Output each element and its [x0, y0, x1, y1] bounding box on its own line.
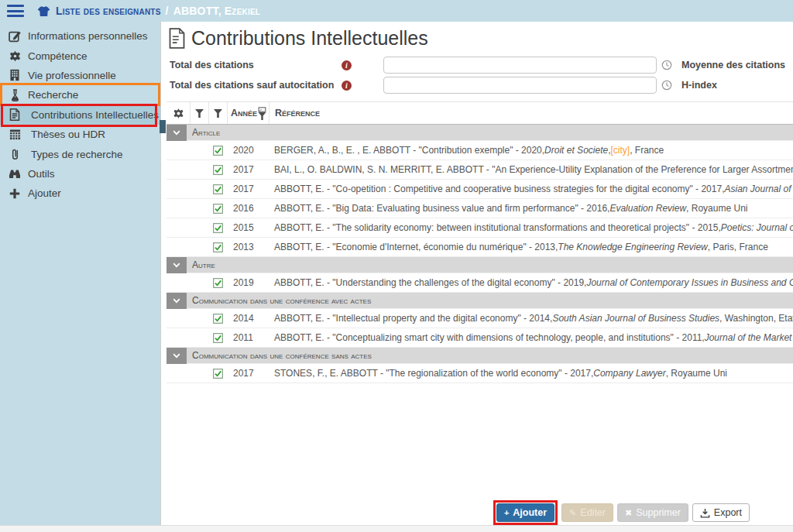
sidebar-item-theses-ou-hdr[interactable]: Thèses ou HDR	[0, 125, 160, 144]
sidebar-item-label: Informations personnelles	[28, 30, 148, 42]
breadcrumb-root-link[interactable]: Liste des enseignants	[56, 5, 161, 17]
annotation-red-ajouter: +Ajouter	[493, 500, 558, 525]
group-label: Communication dans une conférence avec a…	[192, 295, 371, 306]
group-header: Communication dans une conférence sans a…	[166, 348, 793, 364]
reference-cell: ABBOTT, E. - "The solidarity economy: be…	[269, 218, 793, 237]
checkbox-checked-icon[interactable]	[213, 204, 223, 214]
hamburger-icon[interactable]	[7, 5, 24, 17]
sidebar-item-competence[interactable]: Compétence	[0, 46, 160, 65]
sidebar-item-informations-personnelles[interactable]: Informations personnelles	[0, 26, 160, 46]
filter-icon[interactable]	[214, 109, 222, 118]
sidebar-item-outils[interactable]: Outils	[0, 164, 160, 184]
checkbox-checked-icon[interactable]	[213, 242, 223, 252]
reference-cell: ABBOTT, E. - "Big Data: Evaluating busin…	[269, 199, 793, 218]
bottom-strip	[0, 525, 793, 532]
add-button[interactable]: +Ajouter	[496, 503, 554, 522]
year-cell: 2016	[227, 199, 269, 218]
reference-cell: ABBOTT, E. - "Co-opetition : Competitive…	[269, 180, 793, 198]
sidebar-item-vie-professionnelle[interactable]: Vie professionnelle	[0, 66, 160, 85]
flask-icon	[7, 89, 22, 101]
checkbox-checked-icon[interactable]	[213, 146, 223, 156]
year-cell: 2019	[227, 273, 269, 292]
field-right-label: H-index	[681, 80, 717, 91]
info-icon: i	[342, 60, 352, 70]
reference-cell: ABBOTT, E. - "Economie d'Internet, écono…	[269, 238, 793, 256]
citations-form: Total des citations i Moyenne des citati…	[161, 52, 793, 95]
table-row[interactable]: 2017STONES, F., E. ABBOTT - "The regiona…	[166, 364, 793, 383]
breadcrumb: Liste des enseignants / ABBOTT, Ezekiel	[56, 5, 260, 17]
collapse-group-button[interactable]	[166, 293, 187, 309]
year-cell: 2011	[227, 328, 269, 347]
paperclip-icon	[7, 148, 22, 160]
table-row[interactable]: 2015ABBOTT, E. - "The solidarity economy…	[166, 218, 793, 238]
group-label: Article	[192, 127, 220, 138]
building-icon	[7, 69, 22, 81]
checkbox-checked-icon[interactable]	[213, 184, 223, 194]
field-label: Total des citations sauf autocitation	[170, 80, 342, 91]
users-icon	[37, 5, 50, 17]
table-row[interactable]: 2016ABBOTT, E. - "Big Data: Evaluating b…	[166, 199, 793, 218]
collapse-group-button[interactable]	[166, 348, 187, 364]
edit-button: ✎Editer	[561, 503, 613, 522]
topbar: Liste des enseignants / ABBOTT, Ezekiel	[0, 0, 793, 22]
year-cell: 2017	[227, 160, 269, 179]
breadcrumb-separator: /	[166, 5, 169, 17]
table-row[interactable]: 2011ABBOTT, E. - "Conceptualizing smart …	[166, 328, 793, 348]
checkbox-checked-icon[interactable]	[213, 333, 223, 343]
column-settings-gear-icon[interactable]	[173, 108, 184, 119]
total-citations-sauf-autocitation-input[interactable]	[383, 77, 657, 94]
sidebar-item-contributions-intellectuelles[interactable]: Contributions Intellectuelles	[0, 105, 160, 125]
checkbox-checked-icon[interactable]	[213, 165, 223, 175]
checkbox-checked-icon[interactable]	[213, 369, 223, 379]
table-row[interactable]: 2014ABBOTT, E. - "Intellectual property …	[166, 309, 793, 328]
page-title-text: Contributions Intellectuelles	[191, 27, 428, 50]
reference-column-header[interactable]: Référence	[275, 108, 320, 118]
table-row[interactable]: 2013ABBOTT, E. - "Economie d'Internet, é…	[166, 238, 793, 257]
reference-cell: ABBOTT, E. - "Intellectual property and …	[269, 309, 793, 328]
splitter-collapse-handle[interactable]	[160, 120, 166, 133]
sidebar-item-ajouter[interactable]: Ajouter	[0, 184, 160, 203]
group-label: Communication dans une conférence sans a…	[192, 350, 372, 361]
binoculars-icon	[7, 168, 22, 179]
sidebar-item-types-de-recherche[interactable]: Types de recherche	[0, 144, 160, 163]
table-row[interactable]: 2017ABBOTT, E. - "Co-opetition : Competi…	[166, 180, 793, 199]
sidebar-item-label: Thèses ou HDR	[31, 129, 105, 140]
checkbox-checked-icon[interactable]	[213, 278, 223, 288]
year-cell: 2017	[227, 180, 269, 198]
grid-body: Article2020BERGER, A., B., E. , E. ABBOT…	[166, 125, 793, 383]
filter-icon[interactable]	[195, 109, 204, 118]
group-label: Autre	[192, 259, 215, 270]
year-cell: 2020	[227, 141, 269, 160]
breadcrumb-current: ABBOTT, Ezekiel	[173, 5, 260, 17]
sidebar-item-label: Types de recherche	[31, 149, 123, 160]
year-filter-icon[interactable]	[258, 107, 266, 120]
history-icon[interactable]	[661, 60, 672, 70]
group-header: Autre	[166, 257, 793, 273]
reference-cell: STONES, F., E. ABBOTT - "The regionaliza…	[269, 364, 793, 383]
pencil-icon: ✎	[569, 509, 576, 517]
sidebar: Informations personnellesCompétenceVie p…	[0, 22, 160, 525]
table-row[interactable]: 2020BERGER, A., B., E. , E. ABBOTT - "Co…	[166, 141, 793, 160]
history-icon[interactable]	[661, 80, 672, 91]
reference-cell: BERGER, A., B., E. , E. ABBOTT - "Contri…	[269, 141, 793, 160]
year-column-header[interactable]: Année	[231, 108, 257, 118]
collapse-group-button[interactable]	[166, 125, 187, 141]
grid-footer-toolbar: +Ajouter ✎Editer ✖Supprimer Export	[161, 500, 793, 525]
sidebar-item-label: Ajouter	[28, 187, 61, 199]
grid-header: Année Référence	[166, 102, 793, 125]
sidebar-item-label: Recherche	[28, 89, 78, 101]
export-button[interactable]: Export	[692, 503, 750, 522]
edit-icon	[7, 29, 22, 43]
sidebar-item-recherche[interactable]: Recherche	[0, 85, 160, 105]
form-row-total-citations-sauf-autocitation: Total des citations sauf autocitation i …	[170, 75, 793, 95]
field-label: Total des citations	[170, 60, 342, 70]
collapse-group-button[interactable]	[166, 257, 187, 273]
plus-icon: +	[504, 509, 509, 517]
page-title: Contributions Intellectuelles	[161, 22, 793, 52]
checkbox-checked-icon[interactable]	[213, 314, 223, 324]
table-row[interactable]: 2017BAI, L., O. BALDWIN, S. N. MERRITT, …	[166, 160, 793, 180]
checkbox-checked-icon[interactable]	[213, 223, 223, 233]
total-citations-input[interactable]	[383, 57, 657, 74]
sidebar-item-label: Vie professionnelle	[28, 70, 116, 81]
table-row[interactable]: 2019ABBOTT, E. - "Understanding the chal…	[166, 273, 793, 293]
